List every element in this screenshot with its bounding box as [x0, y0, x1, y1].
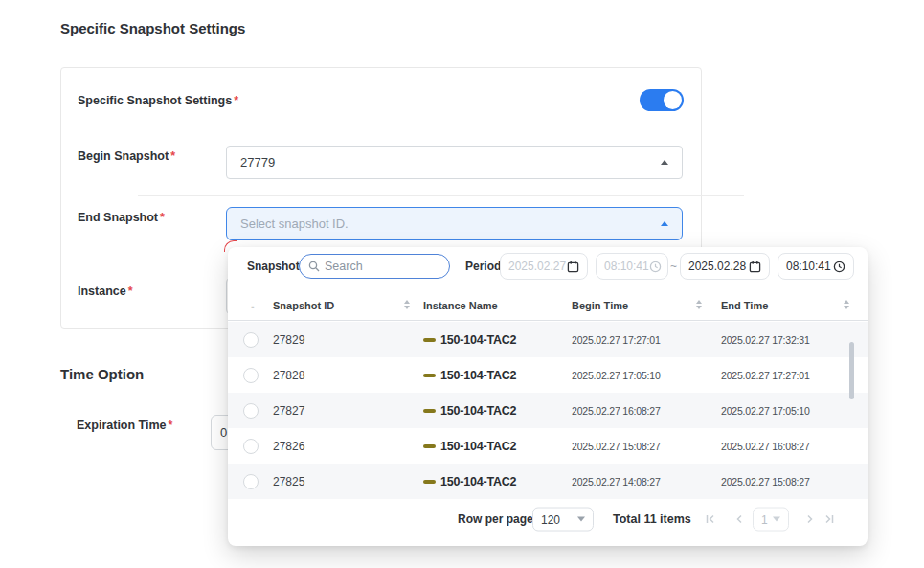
instance-icon: [423, 338, 436, 342]
cell-snapshot-id: 27829: [273, 333, 304, 347]
cell-snapshot-id: 27825: [273, 475, 304, 488]
cell-end-time: 2025.02.27 15:08:27: [721, 476, 810, 488]
cell-instance: 150-104-TAC2: [423, 440, 516, 453]
begin-snapshot-value: 27779: [240, 155, 661, 170]
begin-date-value: 2025.02.27: [508, 260, 566, 273]
toggle-row-label: Specific Snapshot Settings*: [78, 94, 238, 107]
table-row[interactable]: 27828 150-104-TAC2 2025.02.27 17:05:10 2…: [228, 357, 868, 393]
col-select: -: [251, 300, 255, 311]
begin-time-value: 08:10:41: [604, 260, 649, 273]
radio-button[interactable]: [243, 439, 259, 454]
divider: [138, 195, 744, 196]
snapshot-dropdown-panel: Snapshot ID Search Period 2025.02.27 08:…: [228, 247, 868, 546]
radio-button[interactable]: [243, 403, 259, 419]
radio-button[interactable]: [243, 368, 259, 383]
cell-end-time: 2025.02.27 17:32:31: [721, 334, 810, 346]
cell-instance: 150-104-TAC2: [423, 475, 516, 488]
last-page-icon[interactable]: [823, 513, 835, 525]
clock-icon: [649, 261, 662, 273]
required-mark: *: [170, 149, 175, 163]
cell-begin-time: 2025.02.27 17:27:01: [572, 334, 661, 346]
cell-begin-time: 2025.02.27 17:05:10: [572, 370, 661, 381]
cell-begin-time: 2025.02.27 16:08:27: [572, 405, 661, 417]
begin-snapshot-select[interactable]: 27779: [226, 146, 683, 179]
prev-page-icon[interactable]: [733, 513, 745, 525]
cell-snapshot-id: 27828: [273, 369, 304, 382]
instance-icon: [423, 374, 436, 377]
col-snapshot-id: Snapshot ID: [273, 300, 334, 311]
dropdown-filter-row: Snapshot ID Search Period 2025.02.27 08:…: [228, 252, 868, 281]
table-row[interactable]: 27827 150-104-TAC2 2025.02.27 16:08:27 2…: [228, 393, 868, 428]
next-page-icon[interactable]: [804, 513, 816, 525]
instance-name: 150-104-TAC2: [440, 475, 516, 488]
row-per-page-value: 120: [541, 512, 560, 526]
period-end-time-input[interactable]: 08:10:41: [778, 253, 854, 280]
table-row[interactable]: 27829 150-104-TAC2 2025.02.27 17:27:01 2…: [228, 322, 868, 357]
caret-up-icon: [661, 221, 668, 226]
col-instance-name: Instance Name: [423, 300, 498, 311]
end-snapshot-label: End Snapshot*: [78, 211, 165, 224]
caret-down-icon: [577, 517, 585, 522]
sort-icon[interactable]: [404, 300, 410, 309]
sort-icon[interactable]: [844, 300, 849, 309]
table-row[interactable]: 27825 150-104-TAC2 2025.02.27 14:08:27 2…: [228, 464, 868, 499]
required-mark: *: [160, 211, 165, 224]
snapshot-search-input[interactable]: Search: [299, 254, 450, 279]
table-body: 27829 150-104-TAC2 2025.02.27 17:27:01 2…: [228, 322, 868, 499]
toggle-knob: [664, 91, 682, 109]
table-header: - Snapshot ID Instance Name Begin Time E…: [228, 292, 868, 321]
instance-name: 150-104-TAC2: [440, 440, 516, 453]
caret-down-icon: [773, 517, 780, 522]
table-footer: Row per page 120 Total 11 items 1: [228, 503, 868, 535]
time-option-title: Time Option: [60, 366, 144, 382]
radio-button[interactable]: [243, 474, 259, 489]
page: Specific Snapshot Settings Specific Snap…: [0, 0, 924, 568]
clock-icon: [833, 261, 845, 273]
cell-instance: 150-104-TAC2: [423, 333, 516, 347]
period-end-date-input[interactable]: 2025.02.28: [680, 253, 770, 280]
period-filter-label: Period: [465, 260, 501, 273]
instance-name: 150-104-TAC2: [440, 369, 516, 382]
period-begin-date-input[interactable]: 2025.02.27: [500, 253, 588, 280]
instance-label: Instance*: [78, 284, 133, 298]
specific-snapshot-toggle[interactable]: [640, 89, 684, 111]
calendar-icon: [749, 261, 761, 273]
row-per-page-label: Row per page: [458, 512, 533, 526]
sort-icon[interactable]: [696, 300, 702, 309]
instance-icon: [423, 409, 436, 413]
total-items-text: Total 11 items: [613, 512, 691, 526]
first-page-icon[interactable]: [705, 513, 716, 525]
required-mark: *: [128, 284, 133, 298]
cell-end-time: 2025.02.27 16:08:27: [721, 441, 810, 452]
expiration-time-value: 0: [220, 425, 227, 440]
table-row[interactable]: 27826 150-104-TAC2 2025.02.27 15:08:27 2…: [228, 428, 868, 464]
radio-button[interactable]: [243, 332, 259, 348]
cell-end-time: 2025.02.27 17:27:01: [721, 370, 810, 381]
end-date-value: 2025.02.28: [688, 260, 746, 273]
search-placeholder: Search: [325, 260, 363, 273]
instance-icon: [423, 444, 436, 448]
end-time-value: 08:10:41: [786, 260, 831, 273]
instance-name: 150-104-TAC2: [440, 404, 516, 418]
col-begin-time: Begin Time: [572, 300, 628, 311]
required-mark: *: [234, 94, 238, 107]
end-snapshot-select[interactable]: Select snapshot ID.: [226, 207, 683, 240]
row-per-page-select[interactable]: 120: [532, 508, 594, 532]
cell-end-time: 2025.02.27 17:05:10: [721, 405, 810, 417]
cell-snapshot-id: 27827: [273, 404, 304, 418]
page-number-value: 1: [761, 512, 768, 526]
calendar-icon: [567, 261, 579, 273]
page-number-select[interactable]: 1: [753, 508, 789, 532]
period-separator: ~: [670, 260, 677, 273]
col-end-time: End Time: [721, 300, 768, 311]
scrollbar[interactable]: [849, 342, 854, 399]
instance-icon: [423, 480, 436, 484]
cell-begin-time: 2025.02.27 14:08:27: [572, 476, 661, 488]
search-icon: [308, 261, 320, 272]
instance-name: 150-104-TAC2: [440, 333, 516, 347]
end-snapshot-placeholder: Select snapshot ID.: [240, 216, 661, 231]
begin-snapshot-label: Begin Snapshot*: [78, 149, 175, 163]
expiration-time-label: Expiration Time*: [77, 419, 172, 432]
cell-instance: 150-104-TAC2: [423, 369, 516, 382]
period-begin-time-input[interactable]: 08:10:41: [596, 253, 668, 280]
